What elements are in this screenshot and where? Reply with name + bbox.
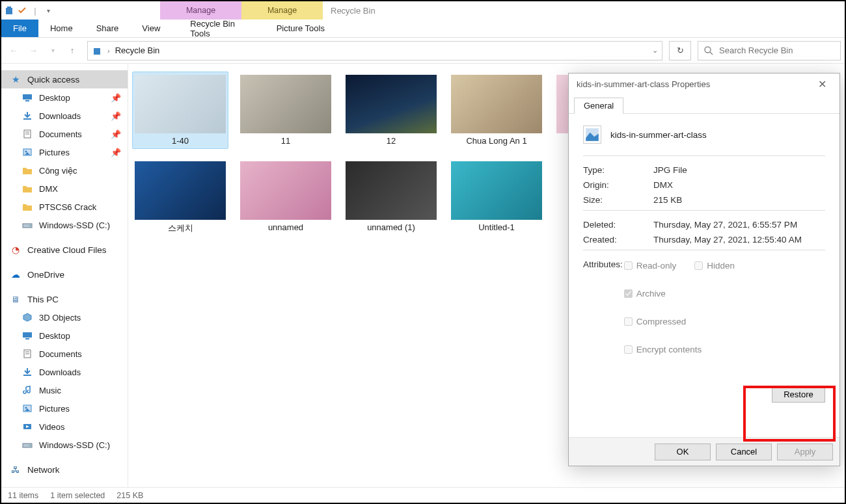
- size-label: Size:: [583, 195, 653, 205]
- dialog-tabs: General: [569, 94, 839, 114]
- general-tab[interactable]: General: [574, 98, 623, 114]
- sidebar-item-label: 3D Objects: [39, 313, 81, 323]
- context-tabs: Manage Manage: [160, 1, 323, 20]
- forward-button[interactable]: →: [25, 42, 42, 60]
- sidebar-item-dmx[interactable]: DMX: [1, 179, 128, 198]
- sidebar-item-windows-ssd-c-[interactable]: Windows-SSD (C:): [1, 436, 128, 454]
- file-item[interactable]: Untitled-1: [448, 158, 545, 237]
- search-input[interactable]: [719, 46, 835, 55]
- picture-tools-tab[interactable]: Picture Tools: [260, 20, 341, 37]
- attr-encrypt: Encrypt contents: [624, 345, 825, 354]
- breadcrumb[interactable]: Recycle Bin: [115, 46, 160, 55]
- sidebar-item-ptscs6-crack[interactable]: PTSCS6 Crack: [1, 198, 128, 216]
- thumbnail: [451, 75, 542, 133]
- label: This PC: [27, 295, 59, 304]
- sidebar-item-documents[interactable]: Documents: [1, 345, 128, 363]
- file-item[interactable]: 1-40: [132, 72, 228, 149]
- view-tab[interactable]: View: [130, 20, 172, 37]
- sidebar-item-desktop[interactable]: Desktop📌: [1, 88, 128, 107]
- recycle-bin-icon: [92, 46, 102, 56]
- refresh-button[interactable]: ↻: [669, 41, 691, 60]
- apply-button[interactable]: Apply: [777, 444, 833, 460]
- sidebar-item-label: Documents: [39, 349, 82, 359]
- file-tab[interactable]: File: [1, 20, 38, 37]
- svg-line-4: [710, 52, 713, 55]
- share-tab[interactable]: Share: [85, 20, 131, 37]
- selection-size: 215 KB: [116, 491, 143, 500]
- cancel-button[interactable]: Cancel: [716, 444, 772, 460]
- cloud-icon: ◔: [10, 245, 21, 255]
- cloud-icon: ☁: [10, 269, 21, 280]
- sidebar-item-label: Công việc: [39, 166, 77, 176]
- sidebar-item-label: DMX: [39, 184, 58, 194]
- up-button[interactable]: ↑: [64, 42, 81, 60]
- qat-separator: |: [30, 5, 40, 16]
- sidebar-item-label: Music: [39, 386, 61, 395]
- attr-archive: Archive: [624, 289, 825, 298]
- qat-chevron[interactable]: ▾: [43, 5, 53, 16]
- context-tab-recycle-bin: Manage: [160, 1, 241, 20]
- svg-rect-2: [94, 48, 100, 55]
- creative-cloud-files[interactable]: ◔ Creative Cloud Files: [1, 241, 128, 259]
- title-bar: | ▾ Manage Manage Recycle Bin: [1, 1, 845, 20]
- save-icon[interactable]: [17, 5, 27, 16]
- file-item[interactable]: 스케치: [132, 158, 228, 237]
- network[interactable]: 🖧 Network: [1, 460, 128, 479]
- svg-marker-16: [23, 313, 31, 321]
- attributes-group: Read-only Hidden Archive Compressed Encr…: [624, 261, 825, 354]
- address-bar[interactable]: › Recycle Bin ⌄: [87, 41, 662, 60]
- ok-button[interactable]: OK: [655, 444, 711, 460]
- file-name: 11: [281, 136, 290, 146]
- thumbnail: [240, 161, 331, 220]
- close-button[interactable]: ✕: [812, 78, 832, 90]
- back-button[interactable]: ←: [5, 42, 22, 60]
- thumbnail: [135, 161, 226, 220]
- ribbon: File Home Share View Recycle Bin Tools P…: [1, 20, 845, 38]
- sidebar-item-pictures[interactable]: Pictures📌: [1, 143, 128, 161]
- svg-rect-5: [23, 94, 32, 99]
- file-item[interactable]: 11: [238, 72, 334, 149]
- sidebar-item-c-ng-vi-c[interactable]: Công việc: [1, 161, 128, 179]
- origin-value: DMX: [653, 180, 673, 190]
- created-value: Thursday, May 27, 2021, 12:55:40 AM: [653, 235, 802, 245]
- navigation-row: ← → ▾ ↑ › Recycle Bin ⌄ ↻: [1, 38, 845, 64]
- sidebar-item-downloads[interactable]: Downloads📌: [1, 107, 128, 125]
- sidebar-item-videos[interactable]: Videos: [1, 418, 128, 436]
- pin-icon: 📌: [111, 148, 121, 157]
- desktop-icon: [22, 92, 33, 103]
- context-tab-picture: Manage: [241, 1, 323, 20]
- label: Quick access: [27, 75, 79, 85]
- sidebar-item-windows-ssd-c-[interactable]: Windows-SSD (C:): [1, 216, 128, 234]
- quick-access[interactable]: ★ Quick access: [1, 70, 128, 88]
- chevron-down-icon[interactable]: ⌄: [652, 46, 658, 55]
- sidebar-item-music[interactable]: Music: [1, 381, 128, 399]
- recent-dropdown[interactable]: ▾: [44, 42, 61, 60]
- attr-readonly: Read-only: [624, 261, 677, 271]
- sidebar-item-3d-objects[interactable]: 3D Objects: [1, 308, 128, 326]
- sidebar-item-documents[interactable]: Documents📌: [1, 125, 128, 143]
- selection-count: 1 item selected: [50, 491, 105, 500]
- home-tab[interactable]: Home: [38, 20, 85, 37]
- sidebar-item-pictures[interactable]: Pictures: [1, 399, 128, 418]
- file-name: 1-40: [172, 136, 189, 146]
- restore-button[interactable]: Restore: [772, 386, 825, 403]
- file-item[interactable]: Chua Long An 1: [448, 72, 545, 149]
- document-icon: [22, 349, 33, 359]
- file-name: kids-in-summer-art-class: [610, 130, 707, 140]
- file-item[interactable]: 12: [343, 72, 439, 149]
- dialog-title: kids-in-summer-art-class Properties: [577, 79, 710, 89]
- sidebar-item-label: Downloads: [39, 111, 81, 121]
- download-icon: [22, 111, 33, 121]
- sidebar-item-label: Downloads: [39, 367, 81, 377]
- sidebar-item-downloads[interactable]: Downloads: [1, 363, 128, 381]
- onedrive[interactable]: ☁ OneDrive: [1, 265, 128, 284]
- label: Network: [27, 465, 60, 475]
- recycle-bin-tools-tab[interactable]: Recycle Bin Tools: [178, 20, 260, 37]
- file-item[interactable]: unnamed (1): [343, 158, 439, 237]
- network-icon: 🖧: [10, 464, 21, 475]
- this-pc[interactable]: 🖥 This PC: [1, 290, 128, 308]
- label: OneDrive: [27, 270, 64, 280]
- file-item[interactable]: unnamed: [238, 158, 334, 237]
- sidebar-item-desktop[interactable]: Desktop: [1, 326, 128, 345]
- search-box[interactable]: [698, 41, 841, 60]
